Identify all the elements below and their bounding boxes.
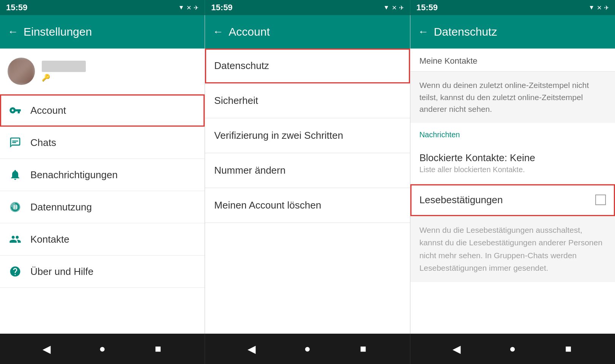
svg-rect-0: [12, 141, 18, 142]
menu-label-hilfe: Über und Hilfe: [30, 266, 93, 278]
menu-label-benachrichtigungen: Benachrichtigungen: [30, 169, 118, 181]
account-item-verifizierung[interactable]: Verifizierung in zwei Schritten: [205, 118, 410, 153]
lesebestatigungen-item[interactable]: Lesebestätigungen: [410, 184, 615, 216]
key-icon: [8, 103, 23, 118]
menu-label-datennutzung: Datennutzung: [30, 201, 92, 213]
bottom-bar-panel-3: ◀ ● ■: [410, 334, 615, 364]
menu-item-kontakte[interactable]: Kontakte: [0, 223, 205, 256]
status-time-3: 15:59: [416, 3, 438, 13]
blockierte-text: Blockierte Kontakte: Keine Liste aller b…: [419, 152, 535, 174]
home-nav-btn-1[interactable]: ●: [93, 340, 112, 358]
profile-name: ██████: [42, 61, 86, 72]
screen-einstellungen: ← Einstellungen ██████ 🔑 Account: [0, 15, 205, 334]
menu-item-datennutzung[interactable]: Datennutzung: [0, 191, 205, 223]
menu-item-account[interactable]: Account: [0, 94, 205, 127]
avatar-image: [8, 58, 35, 85]
bottom-bar-panel-1: ◀ ● ■: [0, 334, 205, 364]
back-nav-btn-2[interactable]: ◀: [243, 340, 261, 358]
help-icon: [8, 264, 23, 279]
title-account: Account: [229, 25, 270, 38]
profile-section[interactable]: ██████ 🔑: [0, 49, 205, 94]
avatar: [8, 58, 35, 85]
status-bar-panel-1: 15:59 ▼ ✕ ✈: [0, 0, 205, 15]
square-nav-btn-2[interactable]: ■: [354, 340, 372, 358]
wifi-icon-2: ▼: [383, 4, 390, 11]
title-datenschutz: Datenschutz: [434, 25, 497, 38]
svg-rect-1: [12, 142, 16, 143]
home-nav-btn-2[interactable]: ●: [298, 340, 317, 358]
profile-status: 🔑: [42, 74, 86, 82]
airplane-icon-3: ✈: [604, 4, 609, 11]
title-einstellungen: Einstellungen: [24, 25, 92, 38]
topbar-einstellungen: ← Einstellungen: [0, 15, 205, 49]
signal-icon-1: ✕: [186, 4, 191, 11]
account-item-nummer[interactable]: Nummer ändern: [205, 153, 410, 188]
account-item-sicherheit[interactable]: Sicherheit: [205, 83, 410, 118]
back-nav-btn-3[interactable]: ◀: [448, 340, 466, 358]
square-nav-btn-1[interactable]: ■: [149, 340, 167, 358]
blockierte-item[interactable]: Blockierte Kontakte: Keine Liste aller b…: [410, 142, 615, 184]
back-button-datenschutz[interactable]: ←: [418, 26, 429, 38]
square-nav-btn-3[interactable]: ■: [559, 340, 577, 358]
back-button-account[interactable]: ←: [213, 26, 223, 38]
topbar-datenschutz: ← Datenschutz: [410, 15, 615, 49]
status-icons-1: ▼ ✕ ✈: [178, 4, 199, 11]
account-label-datenschutz: Datenschutz: [214, 60, 269, 72]
account-label-verifizierung: Verifizierung in zwei Schritten: [214, 130, 343, 141]
status-icons-2: ▼ ✕ ✈: [383, 4, 404, 11]
nachrichten-header: Nachrichten: [410, 123, 615, 142]
status-time-2: 15:59: [211, 3, 232, 13]
screens-container: ← Einstellungen ██████ 🔑 Account: [0, 15, 615, 334]
status-bar: 15:59 ▼ ✕ ✈ 15:59 ▼ ✕ ✈ 15:59 ▼ ✕ ✈: [0, 0, 615, 15]
airplane-icon-1: ✈: [194, 4, 199, 11]
bottom-bar: ◀ ● ■ ◀ ● ■ ◀ ● ■: [0, 334, 615, 364]
status-bar-panel-3: 15:59 ▼ ✕ ✈: [410, 0, 615, 15]
home-nav-btn-3[interactable]: ●: [503, 340, 522, 358]
status-bar-panel-2: 15:59 ▼ ✕ ✈: [205, 0, 410, 15]
signal-icon-3: ✕: [597, 4, 602, 11]
account-label-nummer: Nummer ändern: [214, 165, 285, 176]
lese-description: Wenn du die Lesebestätigungen ausschalte…: [410, 216, 615, 282]
screen-account: ← Account Datenschutz Sicherheit Verifiz…: [205, 15, 410, 334]
lesebestatigungen-checkbox[interactable]: [595, 195, 606, 205]
profile-info: ██████ 🔑: [42, 61, 86, 82]
status-icons-3: ▼ ✕ ✈: [588, 4, 609, 11]
lesebestatigungen-label: Lesebestätigungen: [419, 194, 503, 206]
people-icon: [8, 232, 23, 247]
account-label-loeschen: Meinen Account löschen: [214, 199, 321, 211]
blockierte-sub: Liste aller blockierten Kontakte.: [419, 165, 535, 174]
menu-item-benachrichtigungen[interactable]: Benachrichtigungen: [0, 159, 205, 191]
back-button-einstellungen[interactable]: ←: [8, 26, 18, 38]
account-label-sicherheit: Sicherheit: [214, 95, 258, 107]
meine-kontakte-label: Meine Kontakte: [410, 49, 615, 72]
status-time-1: 15:59: [6, 3, 27, 13]
menu-label-kontakte: Kontakte: [30, 234, 69, 245]
signal-icon-2: ✕: [392, 4, 397, 11]
wifi-icon-1: ▼: [178, 4, 184, 11]
menu-label-account: Account: [30, 105, 66, 116]
airplane-icon-2: ✈: [399, 4, 404, 11]
menu-item-chats[interactable]: Chats: [0, 127, 205, 159]
wifi-icon-3: ▼: [588, 4, 594, 11]
blockierte-title: Blockierte Kontakte: Keine: [419, 152, 535, 164]
data-icon: [8, 199, 23, 215]
bell-icon: [8, 167, 23, 182]
screen-datenschutz: ← Datenschutz Meine Kontakte Wenn du dei…: [410, 15, 615, 334]
zeitstempel-info: Wenn du deinen zuletzt online-Zeitstempe…: [410, 72, 615, 123]
menu-item-hilfe[interactable]: Über und Hilfe: [0, 256, 205, 288]
chat-icon: [8, 135, 23, 150]
topbar-account: ← Account: [205, 15, 410, 49]
bottom-bar-panel-2: ◀ ● ■: [205, 334, 410, 364]
privacy-section: Meine Kontakte Wenn du deinen zuletzt on…: [410, 49, 615, 334]
account-item-datenschutz[interactable]: Datenschutz: [205, 49, 410, 83]
account-item-loeschen[interactable]: Meinen Account löschen: [205, 188, 410, 223]
menu-label-chats: Chats: [30, 137, 56, 149]
back-nav-btn-1[interactable]: ◀: [38, 340, 56, 358]
